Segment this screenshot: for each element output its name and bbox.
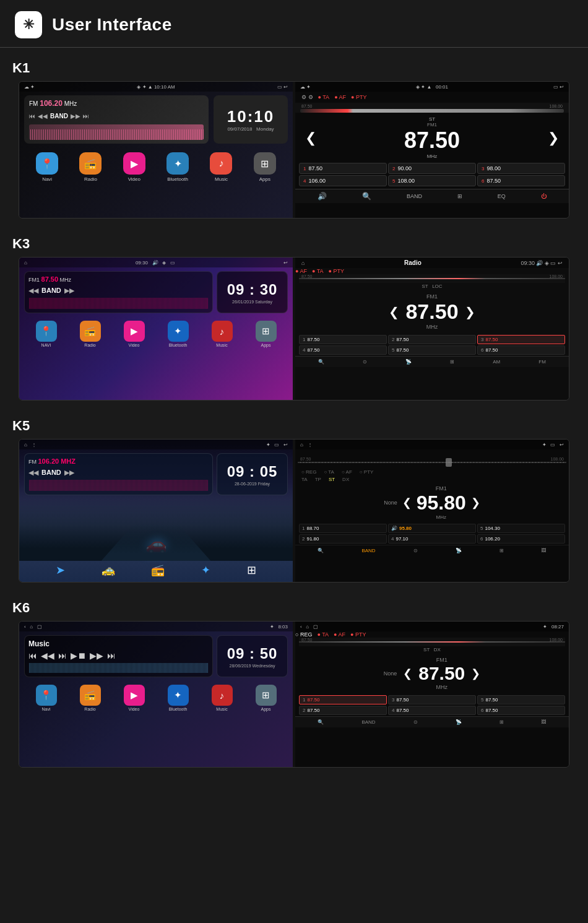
k6r-preset-4[interactable]: 287.50 bbox=[299, 706, 387, 715]
k3-app-video[interactable]: ▶ Video bbox=[124, 321, 145, 347]
k6r-signal-icon[interactable]: 📡 bbox=[456, 719, 462, 725]
k1r-eq-btn[interactable]: EQ bbox=[498, 193, 506, 199]
section-k6: K6 ‹ ⌂ ▢ ✦ 8:03 Music ⏮ ◀◀ ⏭ ▶⏹ ▶▶ ⏭ bbox=[0, 594, 588, 779]
k3-app-radio[interactable]: 📻 Radio bbox=[80, 321, 101, 347]
k1-app-music[interactable]: ♪ Music bbox=[210, 152, 232, 182]
k6-app-video[interactable]: ▶ Video bbox=[124, 685, 145, 711]
k6r-preset-3[interactable]: 587.50 bbox=[477, 695, 565, 704]
k1r-options: ⚙ ⚙ ● TA ● AF ● PTY bbox=[295, 92, 569, 103]
k3r-preset-5[interactable]: 587.50 bbox=[388, 345, 476, 355]
k3-clock-widget: 09 : 30 26/01/2019 Saturday bbox=[217, 271, 288, 313]
k3-app-apps[interactable]: ⊞ Apps bbox=[256, 321, 277, 347]
k1r-band-btn[interactable]: BAND bbox=[407, 193, 422, 199]
k3r-preset-4[interactable]: 487.50 bbox=[299, 345, 387, 355]
k3r-search-icon[interactable]: 🔍 bbox=[318, 359, 324, 365]
k3r-next[interactable]: ❯ bbox=[465, 305, 475, 319]
k6-app-apps[interactable]: ⊞ Apps bbox=[256, 685, 277, 711]
k3-app-music[interactable]: ♪ Music bbox=[212, 321, 233, 347]
k5r-preset-5[interactable]: 497.10 bbox=[388, 534, 476, 544]
k5r-grid-icon[interactable]: ⊞ bbox=[499, 548, 504, 553]
k6r-preset-1[interactable]: 187.50 bbox=[299, 695, 387, 704]
k6r-preset-2[interactable]: 387.50 bbox=[388, 695, 476, 704]
k5r-image-icon[interactable]: 🖼 bbox=[541, 548, 546, 553]
k5r-preset-3[interactable]: 5104.30 bbox=[477, 524, 565, 533]
k5r-preset-2[interactable]: 🔊95.80 bbox=[388, 524, 476, 533]
k1r-bottom-bar: 🔊 🔍 BAND ⊞ EQ ⏻ bbox=[295, 189, 569, 203]
k3-app-bluetooth[interactable]: ✦ Bluetooth bbox=[168, 321, 189, 347]
k3-radio-widget: FM1 87.50 MHz ◀◀ BAND ▶▶ bbox=[24, 271, 213, 313]
k5-radio-icon[interactable]: 📻 bbox=[151, 563, 165, 577]
k6r-preset-5[interactable]: 487.50 bbox=[388, 706, 476, 715]
k6r-image-icon[interactable]: 🖼 bbox=[541, 719, 546, 725]
k3-widget-row: FM1 87.50 MHz ◀◀ BAND ▶▶ 09 : 30 26/01/2… bbox=[19, 267, 293, 317]
k5-bt-icon[interactable]: ✦ bbox=[201, 563, 210, 577]
k5r-signal-icon[interactable]: 📡 bbox=[456, 548, 462, 553]
k1-widget-area: FM 106.20 MHz ⏮ ◀◀ BAND ▶▶ ⏭ 10:10 09/07… bbox=[19, 92, 293, 147]
k1-app-video[interactable]: ▶ Video bbox=[123, 152, 145, 182]
k1r-presets: 187.50 290.00 398.00 4106.00 5108.00 687… bbox=[295, 163, 569, 186]
k3r-preset-1[interactable]: 187.50 bbox=[299, 335, 387, 344]
k1-app-radio[interactable]: 📻 Radio bbox=[79, 152, 102, 182]
k6r-next[interactable]: ❯ bbox=[471, 667, 480, 680]
k6r-statusbar: ‹ ⌂ ▢ ✦ 08:27 bbox=[295, 622, 569, 631]
k1r-preset-5[interactable]: 5108.00 bbox=[388, 175, 476, 186]
k3r-preset-6[interactable]: 687.50 bbox=[477, 345, 565, 355]
k3r-signal-icon[interactable]: 📡 bbox=[405, 359, 412, 365]
k5-gps-icon[interactable]: ➤ bbox=[56, 563, 65, 577]
k5r-preset-6[interactable]: 6106.20 bbox=[477, 534, 565, 544]
section-k5: K5 ⌂ ⋮ ✦ ▭ ↩ FM 106.20 MHZ ◀◀ BAND ▶▶ bbox=[0, 412, 588, 594]
k6-widget-row: Music ⏮ ◀◀ ⏭ ▶⏹ ▶▶ ⏭ 09 : 50 28/06/2019 … bbox=[19, 631, 293, 681]
k3r-preset-3[interactable]: 387.50 bbox=[477, 335, 565, 344]
k5r-bottom-bar: 🔍 BAND ⊙ 📡 ⊞ 🖼 bbox=[295, 545, 569, 556]
k1r-vol-icon[interactable]: 🔊 bbox=[318, 192, 327, 201]
k5r-next[interactable]: ❯ bbox=[471, 496, 480, 509]
k6r-search-icon[interactable]: 🔍 bbox=[318, 719, 324, 725]
k1r-power-icon[interactable]: ⏻ bbox=[541, 193, 547, 199]
k1-app-bluetooth[interactable]: ✦ Bluetooth bbox=[166, 152, 189, 182]
k1r-prev[interactable]: ❮ bbox=[305, 130, 316, 146]
k1r-preset-3[interactable]: 398.00 bbox=[477, 163, 565, 174]
k1r-next[interactable]: ❯ bbox=[548, 130, 559, 146]
k3r-am-btn[interactable]: AM bbox=[493, 359, 500, 365]
k6r-link-icon[interactable]: ⊙ bbox=[413, 719, 418, 725]
k1r-grid-icon[interactable]: ⊞ bbox=[457, 193, 462, 199]
k3r-fm-btn[interactable]: FM bbox=[538, 359, 546, 365]
screen-pair-k5: ⌂ ⋮ ✦ ▭ ↩ FM 106.20 MHZ ◀◀ BAND ▶▶ 09 : … bbox=[19, 439, 569, 583]
k3r-preset-2[interactable]: 287.50 bbox=[388, 335, 476, 344]
k1-app-row: 📍 Navi 📻 Radio ▶ Video ✦ Bluetooth ♪ bbox=[19, 147, 293, 184]
k1-app-apps[interactable]: ⊞ Apps bbox=[254, 152, 276, 182]
k6-app-navi[interactable]: 📍 Navi bbox=[36, 685, 57, 711]
k5r-link-icon[interactable]: ⊙ bbox=[413, 548, 418, 553]
k5-apps-icon[interactable]: ⊞ bbox=[247, 563, 256, 577]
k1-statusbar: ☁ ✦ ◈ ✦ ▲ 10:10 AM ▭ ↩ bbox=[19, 82, 293, 92]
k5r-prev[interactable]: ❮ bbox=[402, 496, 412, 509]
k6r-preset-6[interactable]: 687.50 bbox=[477, 706, 565, 715]
k3r-prev[interactable]: ❮ bbox=[389, 305, 399, 319]
k1-app-navi[interactable]: 📍 Navi bbox=[36, 152, 58, 182]
k5r-preset-4[interactable]: 291.80 bbox=[299, 534, 387, 544]
k5r-band-btn[interactable]: BAND bbox=[361, 548, 375, 553]
k3r-presets: 187.50 287.50 387.50 487.50 587.50 687.5… bbox=[295, 334, 569, 356]
k3r-link-icon[interactable]: ⊙ bbox=[363, 359, 367, 365]
k6-app-radio[interactable]: 📻 Radio bbox=[80, 685, 101, 711]
k5-statusbar: ⌂ ⋮ ✦ ▭ ↩ bbox=[19, 440, 293, 449]
k6-app-music[interactable]: ♪ Music bbox=[212, 685, 233, 711]
k6r-prev[interactable]: ❮ bbox=[403, 667, 412, 680]
k1r-preset-2[interactable]: 290.00 bbox=[388, 163, 476, 174]
k6r-band-btn[interactable]: BAND bbox=[361, 719, 375, 725]
k6r-grid-icon[interactable]: ⊞ bbox=[499, 719, 504, 725]
k1r-search-icon[interactable]: 🔍 bbox=[362, 192, 371, 201]
k5r-search-icon[interactable]: 🔍 bbox=[318, 548, 324, 553]
k5r-tune: None ❮ FM1 95.80 MHz ❯ bbox=[295, 483, 569, 522]
k3-app-navi[interactable]: 📍 NAVI bbox=[36, 321, 57, 347]
k5-car-icon[interactable]: 🚕 bbox=[102, 563, 115, 577]
k6-app-bluetooth[interactable]: ✦ Bluetooth bbox=[168, 685, 189, 711]
k1r-preset-4[interactable]: 4106.00 bbox=[299, 175, 387, 186]
k1r-preset-6[interactable]: 687.50 bbox=[477, 175, 565, 186]
k3-statusbar: ⌂ 09:30 🔊 ◈ ▭ ↩ bbox=[19, 258, 293, 267]
k6-music-widget: Music ⏮ ◀◀ ⏭ ▶⏹ ▶▶ ⏭ bbox=[24, 635, 213, 677]
k3r-grid-icon[interactable]: ⊞ bbox=[450, 359, 454, 365]
k1r-tune-area: ❮ ST FM1 87.50 MHz ❯ bbox=[295, 113, 569, 163]
k1r-preset-1[interactable]: 187.50 bbox=[299, 163, 387, 174]
k5r-preset-1[interactable]: 188.70 bbox=[299, 524, 387, 533]
